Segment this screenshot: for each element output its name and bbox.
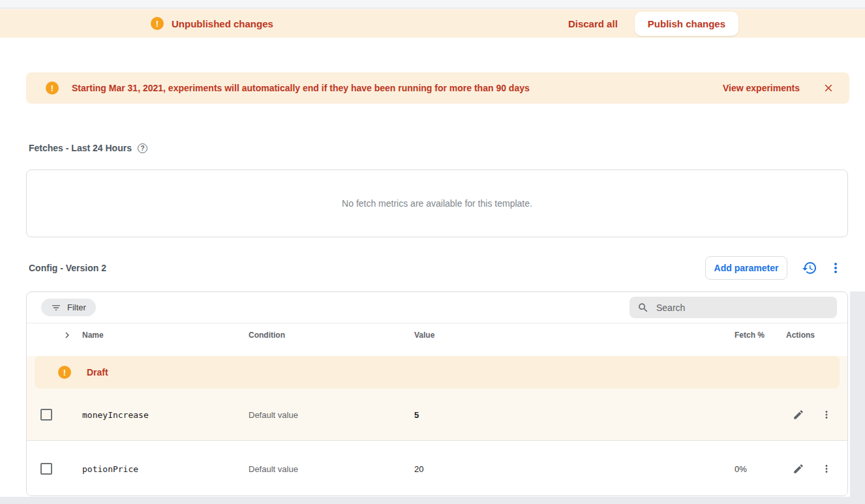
row-menu-kebab-icon[interactable] xyxy=(821,408,834,421)
warning-icon: ! xyxy=(151,17,164,30)
row-checkbox[interactable] xyxy=(40,409,52,421)
parameter-name: potionPrice xyxy=(82,464,138,473)
parameter-name: moneyIncrease xyxy=(82,409,149,419)
draft-banner: ! Draft xyxy=(35,356,840,389)
add-parameter-button[interactable]: Add parameter xyxy=(705,256,787,280)
config-title-label: Config - Version 2 xyxy=(29,263,106,273)
filter-label: Filter xyxy=(67,303,86,312)
discard-all-button[interactable]: Discard all xyxy=(568,18,618,29)
horizontal-scrollbar-track[interactable] xyxy=(0,497,865,504)
draft-section: ! Draft moneyIncrease Default value 5 xyxy=(27,356,847,441)
column-header-condition: Condition xyxy=(249,331,285,340)
parameter-condition: Default value xyxy=(249,409,298,419)
draft-badge: Draft xyxy=(87,367,108,378)
search-icon xyxy=(637,302,649,314)
chevron-right-icon[interactable] xyxy=(61,329,73,341)
warning-icon: ! xyxy=(58,366,71,379)
parameter-value: 5 xyxy=(414,409,419,419)
fetch-metrics-empty-message: No fetch metrics are available for this … xyxy=(342,198,532,209)
unpublished-status: ! Unpublished changes xyxy=(151,9,273,38)
column-header-name: Name xyxy=(82,331,104,340)
config-section-title: Config - Version 2 xyxy=(29,263,106,273)
vertical-scrollbar-track[interactable] xyxy=(850,291,865,504)
search-input[interactable] xyxy=(656,303,829,313)
config-menu-kebab-icon[interactable] xyxy=(828,260,843,276)
column-header-value: Value xyxy=(414,331,434,340)
table-row: potionPrice Default value 20 0% xyxy=(27,441,847,496)
fetches-title-label: Fetches - Last 24 Hours xyxy=(29,143,132,153)
unpublished-label: Unpublished changes xyxy=(172,18,273,29)
experiments-notice-banner: ! Starting Mar 31, 2021, experiments wil… xyxy=(26,72,849,104)
parameter-fetch-pct: 0% xyxy=(735,464,747,473)
filter-icon xyxy=(51,303,61,313)
column-header-fetch: Fetch % xyxy=(735,331,765,340)
parameters-table-card: Filter Name Condition Value Fetch % Acti… xyxy=(26,291,848,496)
table-row: moneyIncrease Default value 5 xyxy=(27,389,847,440)
table-toolbar: Filter xyxy=(27,292,847,323)
row-checkbox[interactable] xyxy=(40,463,52,475)
publish-changes-button[interactable]: Publish changes xyxy=(635,12,738,36)
edit-pencil-icon[interactable] xyxy=(793,462,806,475)
unpublished-actions: Discard all Publish changes xyxy=(568,9,738,38)
row-menu-kebab-icon[interactable] xyxy=(821,462,834,475)
unpublished-changes-bar: ! Unpublished changes Discard all Publis… xyxy=(0,9,865,38)
experiments-notice-message: Starting Mar 31, 2021, experiments will … xyxy=(72,83,530,93)
help-icon[interactable]: ? xyxy=(138,143,147,153)
column-header-actions: Actions xyxy=(786,331,815,340)
search-box xyxy=(630,297,837,318)
warning-icon: ! xyxy=(46,82,59,95)
window-top-strip xyxy=(0,0,865,8)
close-icon[interactable] xyxy=(822,82,835,95)
fetch-metrics-card: No fetch metrics are available for this … xyxy=(26,170,848,237)
filter-button[interactable]: Filter xyxy=(41,299,96,316)
parameter-value: 20 xyxy=(414,464,423,473)
view-experiments-link[interactable]: View experiments xyxy=(723,83,800,93)
parameter-condition: Default value xyxy=(249,464,298,473)
table-header-row: Name Condition Value Fetch % Actions xyxy=(27,323,847,346)
history-icon[interactable] xyxy=(802,260,817,276)
experiments-notice-actions: View experiments xyxy=(723,82,835,95)
edit-pencil-icon[interactable] xyxy=(793,408,806,421)
fetches-section-title: Fetches - Last 24 Hours ? xyxy=(29,143,147,153)
